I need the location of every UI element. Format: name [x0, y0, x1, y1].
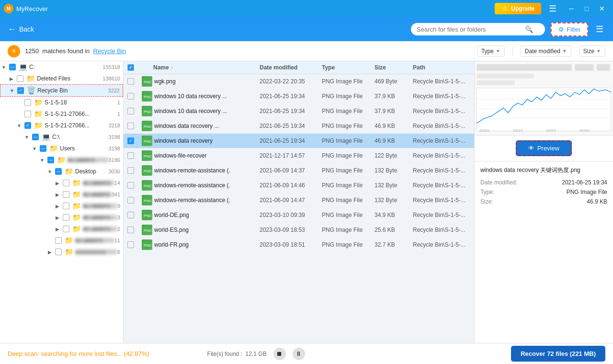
hamburger-icon[interactable]: ☰ — [545, 3, 560, 14]
header-name-col[interactable]: Name ↑ — [153, 64, 260, 71]
tree-checkbox[interactable]: ─ — [47, 157, 54, 163]
tree-item[interactable]: ▼─📁Desktop3030 — [0, 166, 123, 177]
tree-item[interactable]: ▼─💻C:\3198 — [0, 131, 123, 143]
tree-item[interactable]: 📁BLURRED11 — [0, 235, 123, 246]
recover-button[interactable]: Recover 72 files (221 MB) — [511, 346, 605, 362]
row-checkbox[interactable] — [127, 108, 142, 114]
table-row[interactable]: PNGworld-FR.png2023-03-09 18:51PNG Image… — [124, 238, 474, 252]
table-row[interactable]: ✓PNGwindows data recovery2021-06-25 19:3… — [124, 134, 474, 148]
maximize-button[interactable]: □ — [579, 2, 594, 15]
header-type-col[interactable]: Type — [322, 64, 375, 71]
upgrade-button[interactable]: ⭐ Upgrade — [495, 3, 541, 14]
tree-checkbox[interactable] — [55, 237, 62, 244]
tree-checkbox[interactable]: ─ — [32, 134, 39, 140]
header-path-col[interactable]: Path — [413, 64, 470, 71]
tree-toggle-icon[interactable]: ▼ — [0, 65, 8, 70]
svg-text:2023/1: 2023/1 — [579, 129, 590, 132]
tree-toggle-icon[interactable]: ▶ — [54, 192, 61, 197]
close-button[interactable]: ✕ — [595, 2, 609, 15]
tree-toggle-icon[interactable]: ▶ — [54, 204, 61, 209]
tree-item[interactable]: 📁S-1-5-181 — [0, 97, 123, 108]
header-checkbox[interactable]: ✓ — [127, 64, 142, 71]
table-row[interactable]: PNGwindows-file-recover2021-12-17 14:57P… — [124, 148, 474, 163]
tree-checkbox[interactable] — [63, 203, 69, 209]
table-row[interactable]: PNGwindows-remote-assistance (.2021-06-0… — [124, 178, 474, 193]
tree-toggle-icon[interactable]: ▼ — [31, 146, 38, 151]
row-checkbox[interactable] — [127, 197, 142, 204]
filter-button[interactable]: ⚙ Filter — [551, 23, 588, 36]
row-checkbox[interactable] — [127, 227, 142, 233]
tree-item[interactable]: 📁S-1-5-21-27066...1 — [0, 108, 123, 120]
row-checkbox[interactable] — [127, 93, 142, 100]
header-size-col[interactable]: Size — [375, 64, 413, 71]
tree-checkbox[interactable]: ─ — [40, 145, 46, 152]
tree-toggle-icon[interactable]: ▼ — [8, 88, 16, 93]
size-filter-dropdown[interactable]: Size ▼ — [579, 46, 605, 57]
tree-item[interactable]: ▼─📁BLURRED3196 — [0, 154, 123, 166]
tree-toggle-icon[interactable]: ▼ — [15, 123, 23, 128]
search-icon[interactable]: 🔍 — [525, 25, 533, 33]
row-checkbox[interactable] — [127, 78, 142, 85]
tree-checkbox[interactable] — [63, 180, 69, 186]
tree-toggle-icon[interactable]: ▶ — [54, 227, 61, 232]
table-row[interactable]: PNGwindows-remote-assistance (.2021-06-0… — [124, 193, 474, 208]
tree-toggle-icon[interactable]: ▶ — [8, 76, 15, 81]
type-filter-dropdown[interactable]: Type ▼ — [477, 46, 505, 57]
tree-item[interactable]: ▶📁BLURRED14 — [0, 177, 123, 189]
tree-toggle-icon[interactable]: ▼ — [38, 158, 46, 163]
list-view-icon[interactable]: ☰ — [594, 22, 605, 36]
table-row[interactable]: PNGwindows 10 data recovery ...2021-06-2… — [124, 104, 474, 119]
row-checkbox[interactable] — [127, 212, 142, 218]
tree-item[interactable]: ▶📁BLURRED...9 — [0, 200, 123, 212]
row-checkbox[interactable] — [127, 241, 142, 248]
tree-checkbox[interactable] — [63, 214, 69, 221]
table-row[interactable]: PNGwindows data recovery ...2021-06-25 1… — [124, 119, 474, 134]
table-row[interactable]: PNGwindows 10 data recovery ...2021-06-2… — [124, 89, 474, 104]
tree-item[interactable]: ▶📁BLURRED341 — [0, 189, 123, 200]
search-input[interactable] — [417, 26, 522, 33]
table-row[interactable]: PNGworld-ES.png2023-03-09 18:53PNG Image… — [124, 223, 474, 238]
tree-toggle-icon[interactable]: ▶ — [54, 181, 61, 186]
tree-toggle-icon[interactable]: ▼ — [46, 169, 54, 174]
tree-item[interactable]: ▶📁Deleted Files138610 — [0, 73, 123, 84]
date-filter-dropdown[interactable]: Date modified ▼ — [521, 46, 571, 57]
tree-checkbox[interactable] — [55, 249, 62, 255]
row-checkbox[interactable] — [127, 152, 142, 159]
tree-toggle-icon[interactable]: ▶ — [54, 215, 61, 220]
results-location[interactable]: Recycle Bin — [93, 47, 126, 55]
minimize-button[interactable]: ─ — [564, 2, 579, 15]
tree-item[interactable]: ▼─📁Users3198 — [0, 143, 123, 154]
header-date-col[interactable]: Date modified — [260, 64, 322, 71]
tree-checkbox[interactable]: ✓ — [24, 122, 31, 129]
back-button[interactable]: ← Back — [8, 24, 34, 34]
tree-checkbox[interactable] — [63, 191, 69, 198]
tree-item[interactable]: ▶📁BLURRED...3 — [0, 212, 123, 223]
table-row[interactable]: PNGwindows-remote-assistance (.2021-06-0… — [124, 163, 474, 178]
tree-item[interactable]: ▶📁BLURRED...2 — [0, 223, 123, 235]
table-row[interactable]: PNGwgk.png2022-03-22 20:35PNG Image File… — [124, 74, 474, 89]
tree-checkbox[interactable]: ✓ — [17, 87, 24, 94]
tree-checkbox[interactable] — [24, 111, 31, 117]
row-checkbox[interactable] — [127, 182, 142, 189]
row-checkbox[interactable] — [127, 123, 142, 129]
tree-checkbox[interactable] — [63, 226, 69, 232]
tree-checkbox[interactable] — [17, 75, 23, 82]
results-text: 1250 matches found in Recycle Bin — [25, 47, 126, 55]
tree-toggle-icon[interactable]: ▶ — [46, 250, 54, 255]
pause-button[interactable]: ⏸ — [293, 348, 305, 360]
tree-checkbox[interactable]: ─ — [55, 168, 62, 175]
tree-toggle-icon[interactable]: ▼ — [23, 135, 31, 140]
tree-item[interactable]: ▼✓📁S-1-5-21-27066...3218 — [0, 120, 123, 131]
stop-button[interactable]: ⏹ — [273, 348, 286, 360]
file-thumbnail: PNG — [142, 121, 152, 131]
tree-item[interactable]: ▼✓🗑️Recycle Bin3222 — [0, 84, 123, 97]
preview-button[interactable]: 👁 Preview — [516, 140, 572, 156]
tree-checkbox[interactable]: ─ — [9, 64, 16, 70]
tree-item[interactable]: ▼─💻C:155318 — [0, 61, 123, 73]
row-checkbox[interactable]: ✓ — [127, 137, 142, 144]
svg-text:PNG: PNG — [144, 243, 151, 248]
tree-item[interactable]: ▶📁XXXXXXXX6 — [0, 246, 123, 258]
row-checkbox[interactable] — [127, 167, 142, 174]
table-row[interactable]: PNGworld-DE.png2023-03-10 09:39PNG Image… — [124, 208, 474, 223]
tree-checkbox[interactable] — [24, 99, 31, 106]
